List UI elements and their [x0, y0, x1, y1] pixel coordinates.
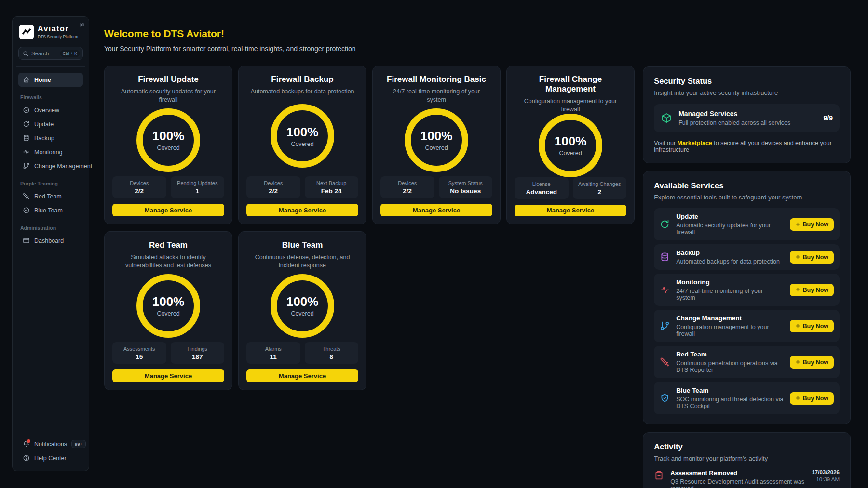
stat-label: Devices: [248, 180, 298, 186]
manage-service-button[interactable]: Manage Service: [380, 204, 492, 216]
sidebar-item-overview[interactable]: Overview: [18, 103, 83, 117]
managed-services-row[interactable]: Managed Services Full protection enabled…: [654, 104, 840, 132]
panel-subtitle: Track and monitor your platform's activi…: [654, 455, 840, 462]
sidebar-item-change-management[interactable]: Change Management: [18, 159, 83, 173]
stat-value: 15: [114, 353, 164, 360]
stat-value: 2: [575, 188, 625, 196]
panel-title: Activity: [654, 442, 840, 451]
activity-text: Assessment Removed Q3 Resource Developme…: [670, 469, 805, 488]
buy-now-button[interactable]: Buy Now: [790, 356, 834, 369]
stat-label: License: [516, 181, 567, 187]
card-blue-team: Blue Team Continuous defense, detection,…: [238, 231, 366, 390]
stat-label: Threats: [307, 346, 357, 352]
buy-now-button[interactable]: Buy Now: [790, 218, 834, 231]
coverage-ring-zone: 100% Covered: [246, 96, 358, 176]
sidebar-item-backup[interactable]: Backup: [18, 131, 83, 145]
sidebar-item-label: Blue Team: [34, 207, 63, 214]
sidebar-item-home[interactable]: Home: [18, 73, 83, 87]
sidebar-item-monitoring[interactable]: Monitoring: [18, 145, 83, 159]
buy-now-button[interactable]: Buy Now: [790, 320, 834, 332]
clipboard-minus-icon: [654, 470, 664, 480]
sidebar-item-update[interactable]: Update: [18, 117, 83, 131]
buy-now-label: Buy Now: [803, 287, 828, 293]
search-input[interactable]: Search Ctrl + K: [18, 47, 83, 60]
card-subtitle: 24/7 real-time monitoring of your system: [380, 88, 492, 104]
sidebar-item-label: Notifications: [34, 441, 67, 448]
activity-pulse-icon: [23, 148, 30, 156]
card-title: Firewall Change Management: [515, 75, 626, 94]
service-desc: 24/7 real-time monitoring of your system: [676, 288, 783, 301]
search-shortcut: Ctrl + K: [60, 50, 80, 57]
sidebar-item-blue-team[interactable]: Blue Team: [18, 203, 83, 217]
sidebar-item-notifications[interactable]: Notifications 99+: [18, 437, 83, 451]
app-tagline: DTS Security Platform: [38, 34, 78, 39]
activity-date: 17/03/2026: [812, 469, 840, 475]
stat-box: Awaiting Changes 2: [573, 177, 627, 199]
stat-box: Devices 2/2: [112, 176, 166, 198]
sidebar-item-label: Red Team: [34, 193, 62, 200]
app-name: Aviator: [38, 25, 78, 33]
manage-service-button[interactable]: Manage Service: [112, 204, 224, 216]
stat-value: Advanced: [516, 188, 567, 196]
manage-service-button[interactable]: Manage Service: [246, 204, 358, 216]
plus-icon: [795, 222, 800, 227]
shield-check-icon: [23, 207, 30, 214]
service-title: Change Management: [676, 315, 783, 322]
buy-now-button[interactable]: Buy Now: [790, 251, 834, 264]
buy-now-label: Buy Now: [803, 254, 828, 261]
stat-value: No Issues: [441, 187, 491, 195]
service-desc: Continuous penetration operations via DT…: [676, 360, 783, 373]
manage-service-button[interactable]: Manage Service: [112, 369, 224, 382]
sidebar-item-label: Home: [34, 77, 51, 83]
sidebar-collapse-button[interactable]: [79, 22, 85, 28]
sidebar-item-help-center[interactable]: Help Center: [18, 451, 83, 465]
stat-box: Devices 2/2: [380, 176, 434, 198]
activity-title: Assessment Removed: [670, 469, 805, 476]
sidebar-divider: [16, 66, 85, 67]
bell-icon: [23, 440, 30, 448]
card-title: Firewall Backup: [246, 75, 358, 84]
managed-services-count: 9/9: [824, 114, 833, 122]
stat-label: Devices: [382, 180, 433, 186]
shield-check-icon: [660, 393, 670, 403]
marketplace-link[interactable]: Marketplace: [678, 140, 712, 146]
stat-value: Feb 24: [307, 187, 357, 195]
search-icon: [23, 51, 28, 56]
sidebar-item-label: Backup: [34, 135, 54, 142]
sword-icon: [23, 193, 30, 200]
plus-icon: [795, 396, 800, 401]
buy-now-button[interactable]: Buy Now: [790, 392, 834, 405]
coverage-label: Covered: [157, 310, 179, 317]
app-root: Aviator DTS Security Platform Search Ctr…: [0, 0, 868, 488]
panel-title: Available Services: [654, 181, 840, 190]
card-subtitle: Automated backups for data protection: [246, 88, 358, 96]
search-label: Search: [31, 51, 49, 56]
coverage-percent: 100%: [420, 129, 453, 144]
coverage-ring: 100% Covered: [136, 274, 200, 338]
stat-box: Pending Updates 1: [171, 176, 225, 198]
card-stats: Alarms 11 Threats 8: [246, 342, 358, 364]
service-title: Blue Team: [676, 387, 783, 394]
stat-value: 8: [307, 353, 357, 360]
panel-subtitle: Explore essential tools built to safegua…: [654, 194, 840, 201]
available-services-list: Update Automatic security updates for yo…: [654, 208, 840, 414]
service-row-blue-team: Blue Team SOC monitoring and threat dete…: [654, 382, 840, 414]
sidebar-item-red-team[interactable]: Red Team: [18, 189, 83, 203]
section-label-administration: Administration: [20, 225, 83, 231]
main-content: Welcome to DTS Aviator! Your Security Pl…: [104, 16, 635, 390]
manage-service-button[interactable]: Manage Service: [246, 369, 358, 382]
service-row-update: Update Automatic security updates for yo…: [654, 208, 840, 240]
card-stats: Devices 2/2 Pending Updates 1: [112, 176, 224, 198]
sidebar-item-dashboard[interactable]: Dashboard: [18, 234, 83, 248]
stat-box: Findings 187: [171, 342, 225, 364]
coverage-ring-zone: 100% Covered: [112, 270, 224, 342]
buy-now-button[interactable]: Buy Now: [790, 284, 834, 296]
manage-service-button[interactable]: Manage Service: [515, 205, 626, 216]
circle-check-icon: [23, 106, 30, 114]
card-stats: Devices 2/2 System Status No Issues: [380, 176, 492, 198]
available-services-panel: Available Services Explore essential too…: [643, 171, 851, 424]
activity-pulse-icon: [660, 285, 670, 295]
stat-value: 11: [248, 353, 298, 360]
card-stats: Devices 2/2 Next Backup Feb 24: [246, 176, 358, 198]
git-branch-icon: [23, 162, 30, 170]
